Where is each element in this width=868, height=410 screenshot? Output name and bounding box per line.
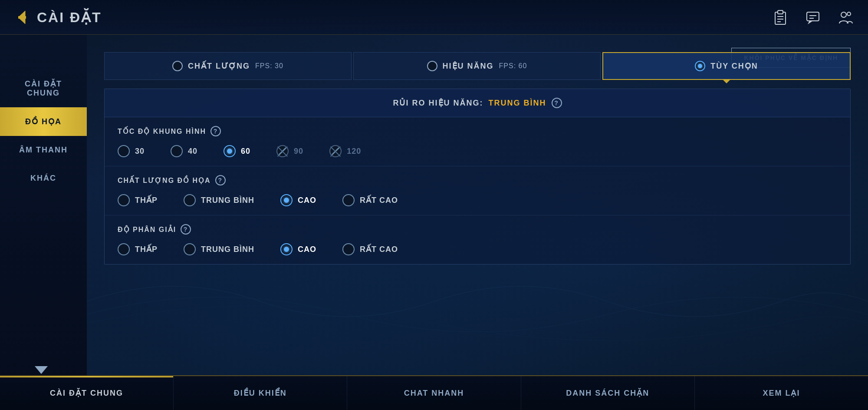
resolution-thap-radio <box>118 243 130 255</box>
graphics-thap[interactable]: THẤP <box>118 194 158 206</box>
graphics-cao-label: CAO <box>298 196 316 205</box>
resolution-rat-cao[interactable]: RẤT CAO <box>342 243 398 255</box>
fps-section-title: TỐC ĐỘ KHUNG HÌNH ? <box>118 126 837 136</box>
graphics-help-icon[interactable]: ? <box>215 175 226 185</box>
risk-value: TRUNG BÌNH <box>489 99 546 108</box>
chat-icon[interactable] <box>803 7 822 27</box>
resolution-rat-cao-label: RẤT CAO <box>360 245 398 254</box>
resolution-thap[interactable]: THẤP <box>118 243 158 255</box>
quality-tabs: CHẤT LƯỢNG FPS: 30 HIỆU NĂNG FPS: 60 TÙY… <box>104 52 851 80</box>
resolution-thap-label: THẤP <box>135 245 158 254</box>
resolution-help-icon[interactable]: ? <box>181 224 191 235</box>
tuy-chon-radio <box>695 61 705 71</box>
sidebar-item-cai-dat-chung[interactable]: CÀI ĐẶT CHUNG <box>0 69 87 107</box>
friends-icon[interactable] <box>835 7 855 27</box>
fps-40-label: 40 <box>188 147 197 156</box>
chat-luong-fps: FPS: 30 <box>255 62 283 70</box>
performance-risk-bar: RỦI RO HIỆU NĂNG: TRUNG BÌNH ? <box>105 89 850 117</box>
header: CÀI ĐẶT <box>0 0 868 35</box>
fps-40-radio <box>171 145 183 157</box>
fps-30-label: 30 <box>135 147 145 156</box>
svg-marker-8 <box>808 21 813 24</box>
graphics-cao[interactable]: CAO <box>280 194 316 206</box>
resolution-options: THẤP TRUNG BÌNH CAO RẤT CAO <box>118 243 837 255</box>
fps-option-120[interactable]: 120 <box>329 145 361 157</box>
graphics-rat-cao-label: RẤT CAO <box>360 195 398 205</box>
hieu-nang-fps: FPS: 60 <box>499 62 527 70</box>
graphics-trung-binh-radio <box>184 194 196 206</box>
svg-rect-1 <box>18 16 26 19</box>
svg-rect-7 <box>807 12 819 21</box>
risk-help-icon[interactable]: ? <box>552 98 562 108</box>
svg-point-12 <box>847 12 851 16</box>
resolution-rat-cao-radio <box>342 243 355 255</box>
chevron-down-icon <box>33 366 50 374</box>
bottom-tabs: CÀI ĐẶT CHUNG ĐIỀU KHIỂN CHAT NHANH DANH… <box>0 375 868 410</box>
header-icons <box>770 7 855 27</box>
fps-60-radio <box>224 145 236 157</box>
bottom-tab-chat-nhanh[interactable]: CHAT NHANH <box>347 376 521 410</box>
graphics-cao-radio <box>280 194 293 206</box>
fps-120-label: 120 <box>347 147 361 156</box>
back-button[interactable]: CÀI ĐẶT <box>13 9 102 26</box>
fps-option-90[interactable]: 90 <box>276 145 303 157</box>
fps-90-label: 90 <box>294 147 303 156</box>
tab-tuy-chon[interactable]: TÙY CHỌN <box>602 52 851 80</box>
resolution-cao-radio <box>280 243 293 255</box>
svg-line-14 <box>279 148 286 155</box>
fps-90-radio <box>276 145 289 157</box>
tuy-chon-label: TÙY CHỌN <box>710 61 758 71</box>
page-title: CÀI ĐẶT <box>37 9 102 26</box>
graphics-trung-binh-label: TRUNG BÌNH <box>201 196 254 205</box>
graphics-trung-binh[interactable]: TRUNG BÌNH <box>184 194 254 206</box>
svg-marker-13 <box>35 366 48 374</box>
svg-point-11 <box>841 12 846 17</box>
chat-luong-radio <box>172 61 183 71</box>
graphics-thap-radio <box>118 194 130 206</box>
fps-options: 30 40 60 90 <box>118 145 837 157</box>
hieu-nang-radio <box>427 61 437 71</box>
resolution-cao[interactable]: CAO <box>280 243 316 255</box>
resolution-title: ĐỘ PHÂN GIẢI ? <box>118 224 837 235</box>
resolution-section: ĐỘ PHÂN GIẢI ? THẤP TRUNG BÌNH CAO <box>105 215 850 264</box>
back-icon <box>13 9 30 26</box>
bottom-tab-xem-lai[interactable]: XEM LẠI <box>695 376 868 410</box>
sidebar-item-am-thanh[interactable]: ÂM THANH <box>0 136 87 164</box>
graphics-quality-title: CHẤT LƯỢNG ĐỒ HỌA ? <box>118 175 837 185</box>
settings-panel: RỦI RO HIỆU NĂNG: TRUNG BÌNH ? TỐC ĐỘ KH… <box>104 89 851 265</box>
hieu-nang-label: HIỆU NĂNG <box>443 61 494 71</box>
fps-120-radio <box>329 145 342 157</box>
clipboard-icon[interactable] <box>770 7 790 27</box>
resolution-cao-label: CAO <box>298 245 316 254</box>
resolution-trung-binh-radio <box>184 243 196 255</box>
risk-label: RỦI RO HIỆU NĂNG: <box>393 98 483 108</box>
chat-luong-label: CHẤT LƯỢNG <box>188 61 250 71</box>
graphics-quality-section: CHẤT LƯỢNG ĐỒ HỌA ? THẤP TRUNG BÌNH CAO <box>105 166 850 215</box>
fps-30-radio <box>118 145 130 157</box>
resolution-trung-binh-label: TRUNG BÌNH <box>201 245 254 254</box>
fps-60-label: 60 <box>241 147 250 156</box>
svg-line-15 <box>332 148 339 155</box>
main-content: KHÔI PHỤC VỀ MẶC ĐỊNH CHẤT LƯỢNG FPS: 30… <box>87 35 868 375</box>
sidebar-item-do-hoa[interactable]: ĐỒ HỌA <box>0 107 87 136</box>
tab-chat-luong[interactable]: CHẤT LƯỢNG FPS: 30 <box>104 52 352 80</box>
bottom-tab-dieu-khien[interactable]: ĐIỀU KHIỂN <box>174 376 347 410</box>
graphics-thap-label: THẤP <box>135 195 158 205</box>
graphics-options: THẤP TRUNG BÌNH CAO RẤT CAO <box>118 194 837 206</box>
tab-hieu-nang[interactable]: HIỆU NĂNG FPS: 60 <box>353 52 601 80</box>
resolution-trung-binh[interactable]: TRUNG BÌNH <box>184 243 254 255</box>
bottom-tab-danh-sach-chan[interactable]: DANH SÁCH CHẶN <box>521 376 695 410</box>
fps-option-40[interactable]: 40 <box>171 145 197 157</box>
fps-option-60[interactable]: 60 <box>224 145 250 157</box>
sidebar-item-khac[interactable]: KHÁC <box>0 164 87 192</box>
svg-rect-3 <box>778 10 783 14</box>
fps-option-30[interactable]: 30 <box>118 145 145 157</box>
fps-section: TỐC ĐỘ KHUNG HÌNH ? 30 40 60 <box>105 117 850 166</box>
bottom-tab-cai-dat-chung[interactable]: CÀI ĐẶT CHUNG <box>0 376 174 410</box>
graphics-rat-cao-radio <box>342 194 355 206</box>
fps-help-icon[interactable]: ? <box>210 126 221 136</box>
sidebar: CÀI ĐẶT CHUNG ĐỒ HỌA ÂM THANH KHÁC <box>0 35 87 375</box>
graphics-rat-cao[interactable]: RẤT CAO <box>342 194 398 206</box>
